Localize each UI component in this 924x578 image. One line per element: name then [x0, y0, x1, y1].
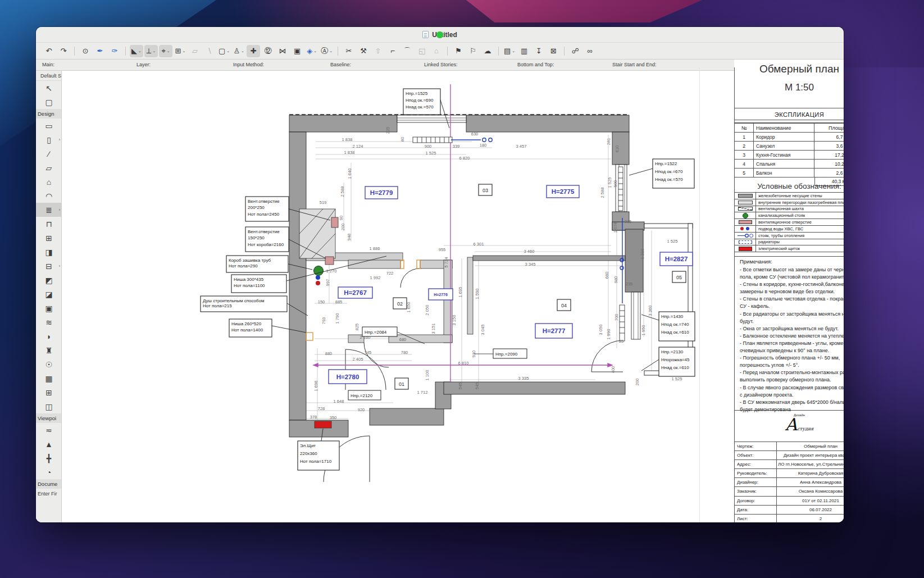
curtain-wall-tool[interactable]: ⊞: [36, 231, 62, 245]
skewed-grid-button[interactable]: ▱: [188, 45, 202, 57]
skylight-tool[interactable]: ◩: [36, 273, 62, 287]
cloud-sync-button[interactable]: ☁: [481, 45, 494, 57]
legend-row: радиаторы: [734, 239, 844, 246]
flag-list-button[interactable]: ⚐: [466, 45, 480, 57]
titlebar[interactable]: Untitled: [36, 27, 844, 43]
favorites-info-button[interactable]: ▥: [517, 45, 531, 57]
beam-tool[interactable]: ∕: [36, 147, 62, 161]
morph-options-button[interactable]: ◈⌄: [305, 45, 318, 57]
link-button[interactable]: ☍: [568, 45, 582, 57]
dimension-label: 5 734: [444, 257, 449, 268]
import-list-icon: ↧: [536, 47, 542, 54]
flag-marker-icon: ⚑: [455, 47, 462, 54]
home-story-button[interactable]: ⌂: [430, 45, 443, 57]
callout-text: Hот пола=1710: [300, 459, 332, 464]
column-tool[interactable]: ▯›: [36, 133, 62, 147]
pick-up-parameters-button[interactable]: ✒: [93, 45, 107, 57]
stretch-button[interactable]: ⋈: [276, 45, 289, 57]
inject-parameters-button[interactable]: ✑: [108, 45, 121, 57]
wallpaper-shape: [466, 0, 702, 22]
text-annotation-button[interactable]: Ⓐ⌄: [320, 45, 334, 57]
door-tool[interactable]: ◨: [36, 245, 62, 259]
zoom-to-selection-button[interactable]: ⊙: [79, 45, 92, 57]
arrow-select[interactable]: ↖: [36, 81, 62, 95]
shell-tool[interactable]: ◪: [36, 287, 62, 301]
measure-button[interactable]: ⑫: [261, 45, 275, 57]
grid-element-tool[interactable]: ⊞: [36, 385, 62, 399]
zoom-button[interactable]: [436, 31, 443, 38]
titleblock-row: Дизайнер:Анна Александрова: [734, 478, 844, 487]
wall-tool[interactable]: ▭: [36, 119, 62, 133]
mirror-plane-button[interactable]: ∖: [203, 45, 216, 57]
dimension-label: 3 335: [518, 376, 529, 381]
chevron-down-icon: ⌄: [313, 49, 317, 53]
morph-tool[interactable]: ◗: [36, 329, 62, 343]
adjust-button[interactable]: ⚒: [357, 45, 370, 57]
wall-bearing-icon: [738, 194, 753, 198]
titleblock-row: Адрес:ЛО гп.Новоселье, ул.Стрельнинская,…: [734, 460, 844, 469]
stretch-icon: ⋈: [279, 47, 286, 54]
coordinate-input-button[interactable]: ⌖⌄: [159, 45, 172, 57]
default-settings-label[interactable]: Default S: [36, 71, 61, 81]
element-grid-button[interactable]: ⊠: [547, 45, 560, 57]
trace-reference-button[interactable]: ▢⌄: [217, 45, 231, 57]
fillet-button[interactable]: ⌒: [400, 45, 414, 57]
story-settings[interactable]: ≂: [36, 423, 62, 437]
interior-partitions: [299, 209, 625, 343]
stair-tool[interactable]: ≣›: [36, 203, 62, 217]
camera-view-icon: ◔: [47, 468, 51, 477]
roof-tool[interactable]: ⌂: [36, 175, 62, 189]
object-tool[interactable]: ♜: [36, 343, 62, 357]
elevate-chart-button[interactable]: ⇧: [371, 45, 385, 57]
dimension-label: 6 301: [474, 242, 484, 247]
slab-tool[interactable]: ▱: [36, 161, 62, 175]
flag-marker-button[interactable]: ⚑: [452, 45, 465, 57]
redo-button[interactable]: ↷: [57, 45, 70, 57]
window-tool[interactable]: ⊟›: [36, 259, 62, 273]
explication-table: ЭКСПЛИКАЦИЯ №НаименованиеПлощадь1Коридор…: [734, 108, 844, 186]
dimension-label: 1 838: [344, 150, 355, 155]
resize-button[interactable]: ◱: [415, 45, 429, 57]
marquee[interactable]: ▢: [36, 95, 62, 109]
room-number: 01: [399, 381, 404, 387]
chain-link-button[interactable]: ∞: [583, 45, 597, 57]
import-list-button[interactable]: ↧: [532, 45, 545, 57]
favorites-shelf-button[interactable]: ▤⌄: [503, 45, 516, 57]
undo-button[interactable]: ↶: [42, 45, 56, 57]
callout-text: Hпорожка=45: [661, 357, 690, 362]
marquee-icon: ▢: [45, 98, 52, 107]
set-square-guide-button[interactable]: ◣⌄: [130, 45, 143, 57]
virtual-trace-button[interactable]: ♙⌄: [232, 45, 245, 57]
snap-guides-button[interactable]: ⟂⌄: [144, 45, 158, 57]
window-tool-icon: ⊟: [45, 262, 52, 271]
floor-plan-canvas[interactable]: 6301 8382 1249003391801 8381 5253 4576 8…: [197, 73, 699, 522]
mesh-tool[interactable]: ≋: [36, 315, 62, 329]
zone-tool[interactable]: ▣: [36, 301, 62, 315]
callout-text: Hпр.=1430: [661, 314, 684, 319]
dimension-label: 1 648: [334, 399, 344, 404]
corner-button[interactable]: ⌐: [386, 45, 399, 57]
camera-view[interactable]: ◔: [36, 465, 62, 479]
sewer-riser-symbol: [314, 266, 324, 286]
leader-line: [641, 359, 659, 371]
sheet-paper-edge: [699, 67, 700, 522]
grid-snap-button[interactable]: ⊞⌄: [174, 45, 187, 57]
door-swings: [324, 268, 623, 482]
mesh-plane-tool[interactable]: ◠: [36, 189, 62, 203]
lamp-tool[interactable]: ☉: [36, 357, 62, 371]
dimension-label: 2 405: [353, 357, 363, 362]
navigator[interactable]: ╋: [36, 451, 62, 465]
transform-box-button[interactable]: ▣: [290, 45, 304, 57]
workspace: Main:Layer:Input Method:Baseline:Linked …: [36, 60, 844, 522]
note-line: погрешность углов +/- 5°.: [740, 362, 844, 369]
dimension-label: 745: [365, 350, 372, 355]
railing-tool[interactable]: ⊓: [36, 217, 62, 231]
opening-tool[interactable]: ◫: [36, 399, 62, 413]
equipment-tool[interactable]: ▦: [36, 371, 62, 385]
elevation-marker[interactable]: ▲: [36, 437, 62, 451]
dimension-options-button[interactable]: ✚: [247, 45, 260, 57]
chevron-down-icon: ⌄: [167, 49, 170, 53]
inject-parameters-icon: ✑: [112, 47, 118, 54]
document-icon: [422, 31, 429, 38]
split-button[interactable]: ✂: [342, 45, 356, 57]
